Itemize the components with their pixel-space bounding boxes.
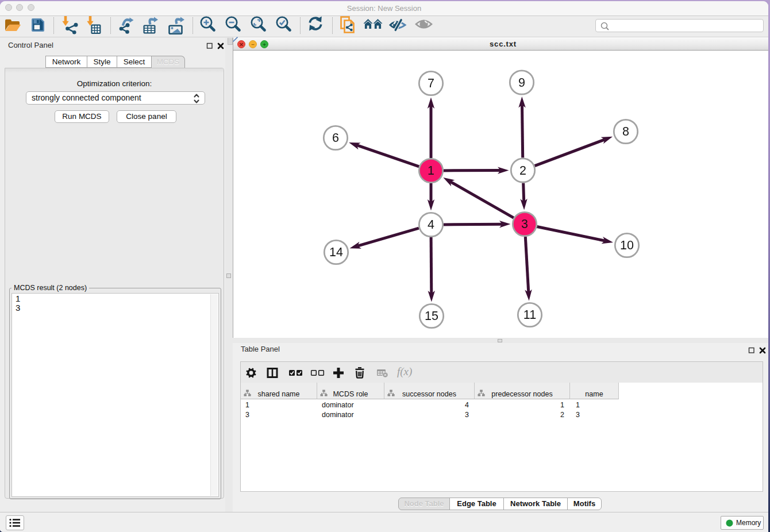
svg-text:6: 6 xyxy=(332,131,339,145)
svg-text:1: 1 xyxy=(428,164,434,178)
svg-text:2: 2 xyxy=(519,164,526,178)
svg-text:11: 11 xyxy=(523,308,536,322)
svg-text:9: 9 xyxy=(518,76,525,90)
svg-text:4: 4 xyxy=(428,218,434,232)
svg-text:7: 7 xyxy=(428,76,434,90)
svg-text:8: 8 xyxy=(622,125,629,138)
svg-text:14: 14 xyxy=(329,245,343,259)
svg-text:3: 3 xyxy=(521,217,528,231)
svg-text:15: 15 xyxy=(425,309,438,323)
svg-text:10: 10 xyxy=(620,238,634,252)
